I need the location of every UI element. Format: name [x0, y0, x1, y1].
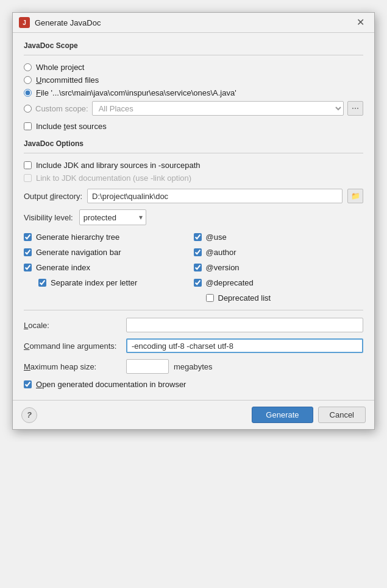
- checkboxes-left: Generate hierarchy tree Generate navigat…: [24, 233, 194, 305]
- use-label: @use: [206, 233, 227, 242]
- bottom-section: Locale: Command line arguments: Maximum …: [24, 310, 363, 389]
- open-browser-item: Open generated documentation in browser: [24, 380, 363, 389]
- dialog-body: JavaDoc Scope Whole project Uncommitted …: [13, 33, 374, 400]
- checkboxes-grid: Generate hierarchy tree Generate navigat…: [24, 233, 363, 305]
- options-section-header: JavaDoc Options: [24, 139, 363, 148]
- open-browser-label: Open generated documentation in browser: [36, 380, 186, 389]
- author-checkbox[interactable]: [194, 248, 202, 256]
- scope-section-header: JavaDoc Scope: [24, 41, 363, 50]
- gen-index-checkbox[interactable]: [24, 264, 32, 271]
- gen-index-label: Generate index: [36, 263, 90, 272]
- include-test-sources-label: Include test sources: [36, 122, 107, 131]
- link-jdk-item: Link to JDK documentation (use -link opt…: [24, 173, 363, 183]
- dialog-footer: ? Generate Cancel: [13, 400, 374, 429]
- custom-scope-radio[interactable]: [24, 105, 32, 113]
- include-jdk-label: Include JDK and library sources in -sour…: [36, 161, 201, 170]
- gen-hierarchy-item: Generate hierarchy tree: [24, 233, 194, 242]
- options-divider: [24, 153, 363, 153]
- visibility-select[interactable]: protected public package private: [79, 209, 146, 225]
- deprecated-list-checkbox[interactable]: [206, 294, 214, 302]
- title-bar: J Generate JavaDoc ✕: [13, 13, 374, 33]
- custom-scope-browse-button[interactable]: ⋯: [347, 101, 363, 116]
- file-label: File '...\src\main\java\com\inspur\esa\s…: [36, 88, 236, 97]
- include-test-sources-checkbox[interactable]: [24, 122, 32, 130]
- cmdargs-row: Command line arguments:: [24, 338, 363, 353]
- output-dir-label: Output directory:: [24, 192, 82, 201]
- scope-divider: [24, 55, 363, 55]
- visibility-label: Visibility level:: [24, 213, 73, 222]
- include-test-sources-item: Include test sources: [24, 122, 363, 131]
- gen-navbar-label: Generate navigation bar: [36, 248, 121, 257]
- output-dir-row: Output directory: 📁: [24, 189, 363, 203]
- gen-navbar-checkbox[interactable]: [24, 248, 32, 256]
- visibility-row: Visibility level: protected public packa…: [24, 209, 363, 225]
- locale-row: Locale:: [24, 318, 363, 332]
- generate-javadoc-dialog: J Generate JavaDoc ✕ JavaDoc Scope Whole…: [12, 12, 375, 430]
- deprecated-checkbox[interactable]: [194, 279, 202, 287]
- sep-index-item: Separate index per letter: [38, 278, 194, 287]
- footer-buttons: Generate Cancel: [252, 407, 366, 423]
- whole-project-option[interactable]: Whole project: [24, 63, 363, 72]
- deprecated-list-label: Deprecated list: [218, 293, 271, 303]
- gen-navbar-item: Generate navigation bar: [24, 248, 194, 257]
- file-option[interactable]: File '...\src\main\java\com\inspur\esa\s…: [24, 88, 363, 97]
- close-button[interactable]: ✕: [353, 16, 368, 29]
- include-jdk-checkbox[interactable]: [24, 161, 32, 169]
- version-item: @version: [194, 263, 364, 272]
- use-checkbox[interactable]: [194, 233, 202, 241]
- visibility-select-wrapper: protected public package private: [79, 209, 146, 225]
- file-radio[interactable]: [24, 89, 32, 97]
- generate-button[interactable]: Generate: [252, 407, 313, 423]
- author-item: @author: [194, 248, 364, 257]
- version-checkbox[interactable]: [194, 264, 202, 271]
- custom-scope-option: Custom scope: All Places ⋯: [24, 101, 363, 116]
- gen-hierarchy-label: Generate hierarchy tree: [36, 233, 119, 242]
- gen-index-item: Generate index: [24, 263, 194, 272]
- custom-scope-label: Custom scope:: [35, 104, 88, 113]
- output-dir-browse-button[interactable]: 📁: [347, 189, 363, 203]
- heap-unit: megabytes: [174, 362, 213, 371]
- cmdargs-input[interactable]: [126, 338, 363, 353]
- link-jdk-label: Link to JDK documentation (use -link opt…: [36, 173, 191, 183]
- locale-input[interactable]: [126, 318, 363, 332]
- heap-label: Maximum heap size:: [24, 362, 121, 371]
- deprecated-item: @deprecated: [194, 278, 364, 287]
- output-dir-input[interactable]: [87, 189, 343, 203]
- sep-index-checkbox[interactable]: [38, 279, 46, 287]
- gen-hierarchy-checkbox[interactable]: [24, 233, 32, 241]
- author-label: @author: [206, 248, 236, 257]
- app-icon: J: [19, 17, 30, 28]
- custom-scope-select[interactable]: All Places: [92, 101, 344, 116]
- uncommitted-files-label: Uncommitted files: [36, 75, 99, 85]
- use-item: @use: [194, 233, 364, 242]
- cmdargs-label: Command line arguments:: [24, 341, 121, 351]
- heap-input[interactable]: [126, 359, 169, 374]
- whole-project-label: Whole project: [36, 63, 84, 72]
- checkboxes-right: @use @author @version @deprecated Deprec…: [194, 233, 364, 305]
- deprecated-label: @deprecated: [206, 278, 254, 287]
- include-jdk-item: Include JDK and library sources in -sour…: [24, 161, 363, 170]
- uncommitted-files-option[interactable]: Uncommitted files: [24, 75, 363, 85]
- dialog-title: Generate JavaDoc: [35, 18, 348, 27]
- uncommitted-files-radio[interactable]: [24, 76, 32, 84]
- link-jdk-checkbox[interactable]: [24, 174, 32, 182]
- heap-row: Maximum heap size: megabytes: [24, 359, 363, 374]
- help-button[interactable]: ?: [21, 407, 37, 423]
- open-browser-checkbox[interactable]: [24, 380, 32, 388]
- sep-index-label: Separate index per letter: [51, 278, 137, 287]
- cancel-button[interactable]: Cancel: [318, 407, 366, 423]
- whole-project-radio[interactable]: [24, 63, 32, 71]
- scope-radio-group: Whole project Uncommitted files File '..…: [24, 63, 363, 116]
- locale-label: Locale:: [24, 321, 121, 330]
- version-label: @version: [206, 263, 240, 272]
- deprecated-list-item: Deprecated list: [206, 293, 364, 303]
